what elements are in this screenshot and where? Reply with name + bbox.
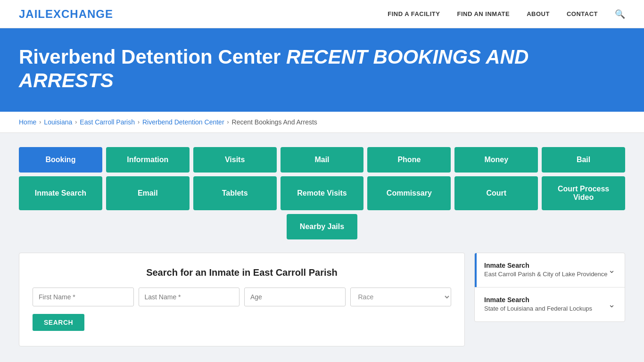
race-select[interactable]: Race White Black Hispanic Asian Other (350, 288, 452, 306)
chevron-down-icon: ⌄ (608, 265, 615, 275)
search-fields-row: Race White Black Hispanic Asian Other (33, 288, 451, 306)
nav-about[interactable]: ABOUT (527, 10, 550, 17)
breadcrumb-sep-4: › (227, 119, 229, 125)
inmate-search-form: Search for an Inmate in East Carroll Par… (19, 253, 465, 346)
last-name-input[interactable] (139, 288, 240, 306)
nav-find-facility[interactable]: FIND A FACILITY (388, 10, 440, 17)
breadcrumb-louisiana[interactable]: Louisiana (44, 118, 72, 126)
btn-phone[interactable]: Phone (367, 147, 451, 173)
sidebar-item-east-carroll: Inmate Search East Carroll Parish & City… (475, 253, 625, 288)
first-name-input[interactable] (33, 288, 134, 306)
sidebar-sublabel-louisiana: State of Louisiana and Federal Lockups (484, 304, 592, 313)
sidebar-header-east-carroll[interactable]: Inmate Search East Carroll Parish & City… (475, 253, 625, 287)
button-grid: Booking Information Visits Mail Phone Mo… (19, 147, 625, 239)
search-icon[interactable]: 🔍 (615, 9, 625, 19)
sidebar-item-louisiana: Inmate Search State of Louisiana and Fed… (475, 288, 625, 321)
btn-booking[interactable]: Booking (19, 147, 102, 173)
breadcrumb-bar: Home › Louisiana › East Carroll Parish ›… (0, 112, 644, 133)
button-row-3: Nearby Jails (19, 214, 625, 239)
btn-mail[interactable]: Mail (281, 147, 364, 173)
search-button[interactable]: SEARCH (33, 314, 84, 331)
hero-title-main: Riverbend Detention Center (19, 46, 281, 68)
logo-exchange: EXCHANGE (45, 8, 113, 20)
sidebar: Inmate Search East Carroll Parish & City… (474, 253, 625, 322)
breadcrumb-riverbend[interactable]: Riverbend Detention Center (142, 118, 224, 126)
btn-inmate-search[interactable]: Inmate Search (19, 176, 102, 210)
nav-find-inmate[interactable]: FIND AN INMATE (457, 10, 510, 17)
logo-jail: JAIL (19, 8, 45, 20)
sidebar-header-louisiana[interactable]: Inmate Search State of Louisiana and Fed… (475, 288, 625, 321)
breadcrumb: Home › Louisiana › East Carroll Parish ›… (19, 118, 625, 126)
site-logo[interactable]: JAILEXCHANGE (19, 8, 113, 21)
sidebar-text-east-carroll: Inmate Search East Carroll Parish & City… (484, 262, 608, 279)
breadcrumb-sep-1: › (39, 119, 41, 125)
site-header: JAILEXCHANGE FIND A FACILITY FIND AN INM… (0, 0, 644, 28)
page-title: Riverbend Detention Center RECENT BOOKIN… (19, 45, 625, 93)
breadcrumb-sep-2: › (75, 119, 77, 125)
breadcrumb-home[interactable]: Home (19, 118, 36, 126)
search-form-title: Search for an Inmate in East Carroll Par… (33, 267, 451, 278)
btn-tablets[interactable]: Tablets (193, 176, 277, 210)
nav-contact[interactable]: CONTACT (567, 10, 598, 17)
sidebar-label-east-carroll: Inmate Search (484, 262, 608, 269)
btn-email[interactable]: Email (106, 176, 190, 210)
chevron-down-icon-2: ⌄ (608, 299, 615, 310)
btn-money[interactable]: Money (454, 147, 538, 173)
btn-visits[interactable]: Visits (193, 147, 277, 173)
btn-bail[interactable]: Bail (542, 147, 625, 173)
button-row-1: Booking Information Visits Mail Phone Mo… (19, 147, 625, 173)
button-row-2: Inmate Search Email Tablets Remote Visit… (19, 176, 625, 210)
sidebar-text-louisiana: Inmate Search State of Louisiana and Fed… (484, 296, 592, 313)
btn-nearby-jails[interactable]: Nearby Jails (287, 214, 357, 239)
hero-banner: Riverbend Detention Center RECENT BOOKIN… (0, 28, 644, 112)
main-nav: FIND A FACILITY FIND AN INMATE ABOUT CON… (388, 9, 625, 19)
age-input[interactable] (244, 288, 346, 306)
main-content: Booking Information Visits Mail Phone Mo… (0, 133, 644, 361)
breadcrumb-sep-3: › (138, 119, 140, 125)
breadcrumb-east-carroll[interactable]: East Carroll Parish (80, 118, 135, 126)
btn-court-process-video[interactable]: Court Process Video (542, 176, 625, 210)
btn-remote-visits[interactable]: Remote Visits (281, 176, 364, 210)
content-area: Search for an Inmate in East Carroll Par… (19, 253, 625, 346)
btn-information[interactable]: Information (106, 147, 190, 173)
breadcrumb-current: Recent Bookings And Arrests (232, 118, 317, 126)
sidebar-sublabel-east-carroll: East Carroll Parish & City of Lake Provi… (484, 270, 608, 279)
sidebar-label-louisiana: Inmate Search (484, 296, 592, 304)
btn-court[interactable]: Court (454, 176, 538, 210)
btn-commissary[interactable]: Commissary (367, 176, 451, 210)
